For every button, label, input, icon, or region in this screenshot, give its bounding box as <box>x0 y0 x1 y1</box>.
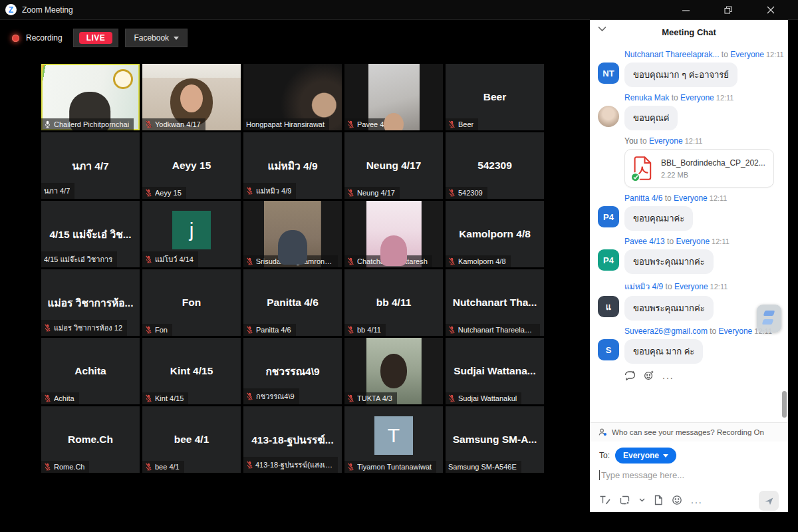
chat-avatar <box>598 149 619 170</box>
close-button[interactable] <box>762 1 779 19</box>
meeting-area: Recording LIVE Facebook Chailerd Pichitp… <box>0 20 590 532</box>
participant-label: กชวรรณ4\9 <box>243 388 299 404</box>
chevron-down-icon <box>174 37 179 40</box>
participant-tile[interactable]: TUKTA 4/3 <box>344 338 443 404</box>
chat-sender[interactable]: Renuka Mak <box>624 93 669 102</box>
chat-avatar: NT <box>598 63 619 84</box>
chat-scrollbar[interactable] <box>782 391 787 418</box>
muted-mic-icon <box>347 257 354 265</box>
muted-mic-icon <box>347 326 354 334</box>
participant-label: Aeyy 15 <box>142 187 186 199</box>
chat-sender[interactable]: Panitta 4/6 <box>624 194 662 203</box>
minimize-button[interactable] <box>677 1 694 19</box>
chat-bubble: ขอบคุณมาก ๆ ค่ะอาจารย์ <box>624 63 737 87</box>
chat-timestamp: 12:11 <box>766 51 784 59</box>
participant-tile[interactable]: 4/15 แม่จ๊ะเอ๋ วิช...4/15 แม่จ๊ะเอ๋ วิชา… <box>41 201 140 267</box>
screenshot-icon[interactable] <box>619 495 630 505</box>
reply-icon[interactable] <box>624 370 636 380</box>
chat-recipient[interactable]: Everyone <box>649 136 683 146</box>
participant-tile[interactable]: แม่หมิว 4/9 แม่หมิว 4/9 <box>243 132 342 199</box>
chevron-down-icon[interactable] <box>639 498 645 502</box>
message-input[interactable] <box>601 470 779 480</box>
participant-tile[interactable]: Hongpapat Hiransirawat <box>243 64 342 130</box>
muted-mic-icon <box>44 463 51 471</box>
chat-bubble: ขอบพระคุณมากค่ะ <box>624 249 714 274</box>
participant-label: 4/15 แม่จ๊ะเอ๋ วิชาการ <box>41 251 117 267</box>
chat-sender[interactable]: Nutchanart Thareelaprak... <box>624 50 720 59</box>
participant-tile[interactable]: Samsung SM-A...Samsung SM-A546E <box>446 406 544 473</box>
chat-sender[interactable]: แม่หมิว 4/9 <box>624 282 663 291</box>
participant-tile[interactable]: กชวรรณ4\9 กชวรรณ4\9 <box>243 338 342 404</box>
participant-tile[interactable]: Srisuda Hongsamrong... <box>243 201 342 267</box>
recording-bar: Recording LIVE Facebook <box>12 29 188 47</box>
add-reaction-icon[interactable] <box>644 370 654 380</box>
participant-tile[interactable]: Fon Fon <box>142 269 241 336</box>
participant-tile[interactable]: Beer Beer <box>446 64 544 130</box>
stream-dropdown[interactable]: Facebook <box>125 29 188 47</box>
participant-tile[interactable]: แม่อร วิชาการห้อ... แม่อร วิชาการห้อง 12 <box>41 269 140 336</box>
participant-label: Sudjai Wattanakul <box>446 392 521 404</box>
muted-mic-icon <box>145 463 152 471</box>
recording-dot-icon <box>12 35 19 42</box>
format-text-icon[interactable] <box>599 495 610 505</box>
pdf-file-icon <box>633 156 654 180</box>
participant-tile[interactable]: Pavee 4/13 <box>344 64 443 130</box>
participant-tile[interactable]: Rome.Ch Rome.Ch <box>41 406 140 473</box>
participant-tile[interactable]: นภา 4/7นภา 4/7 <box>41 132 140 199</box>
to-label: To: <box>599 451 610 460</box>
participant-tile[interactable]: bb 4/11 bb 4/11 <box>344 269 443 336</box>
chat-avatar: P4 <box>598 206 619 227</box>
participant-tile[interactable]: Chatchanan Kittaresh <box>344 201 443 267</box>
participant-label: Kint 4/15 <box>142 392 188 404</box>
chat-recipient[interactable]: Everyone <box>674 282 708 291</box>
participant-tile[interactable]: 413-18-ฐปนรรฆ์... 413-18-ฐปนรรฆ์(แสงเดือ… <box>243 406 342 473</box>
more-actions-icon[interactable]: ... <box>662 374 674 378</box>
chat-sender[interactable]: You <box>624 136 638 146</box>
muted-mic-icon <box>347 120 354 128</box>
more-options-icon[interactable]: ... <box>691 498 703 502</box>
participant-tile[interactable]: Panitta 4/6 Panitta 4/6 <box>243 269 342 336</box>
muted-mic-icon <box>246 326 253 334</box>
participant-tile[interactable]: Neung 4/17 Neung 4/17 <box>344 132 443 199</box>
restore-button[interactable] <box>720 1 737 19</box>
participant-tile[interactable]: j แม่โบว์ 4/14 <box>142 201 241 267</box>
participant-tile[interactable]: Achita Achita <box>41 338 140 404</box>
participant-label: Srisuda Hongsamrong... <box>243 255 338 267</box>
participant-label: Fon <box>142 324 172 336</box>
person-icon <box>598 428 607 437</box>
chat-message: Renuka Mak to Everyone12:11ขอบคุณค่ <box>598 93 780 130</box>
participant-tile[interactable]: bee 4/1 bee 4/1 <box>142 406 241 473</box>
participant-tile[interactable]: 542309 542309 <box>446 132 544 199</box>
muted-mic-icon <box>44 394 51 402</box>
participant-tile[interactable]: Sudjai Wattana... Sudjai Wattanakul <box>446 338 544 404</box>
muted-mic-icon <box>347 463 354 471</box>
chat-sender[interactable]: Suveera26@gmail.com <box>624 327 708 336</box>
chat-avatar: S <box>598 339 619 360</box>
participant-label: Tiyamon Tuntanawiwat <box>344 461 436 473</box>
participant-tile[interactable]: Kamolporn 4/8 Kamolporn 4/8 <box>446 201 544 267</box>
floating-widget[interactable] <box>757 305 781 332</box>
collapse-chat-button[interactable] <box>598 26 606 32</box>
participant-tile[interactable]: Yodkwan 4/17 <box>142 64 241 130</box>
participant-tile[interactable]: T Tiyamon Tuntanawiwat <box>344 406 443 473</box>
chat-recipient[interactable]: Everyone <box>730 50 764 59</box>
participant-tile[interactable]: Nutchanart Tha... Nutchanart Thareelapr.… <box>446 269 544 336</box>
chat-recipient[interactable]: Everyone <box>719 327 753 336</box>
file-attachment-card[interactable]: BBL_Bordindecha_CP_202...2.22 MB <box>624 149 774 188</box>
chat-sender[interactable]: Pavee 4/13 <box>624 237 665 246</box>
window-titlebar: Z Zoom Meeting <box>0 0 798 20</box>
chat-recipient[interactable]: Everyone <box>674 194 708 203</box>
emoji-icon[interactable] <box>672 495 682 505</box>
participant-tile[interactable]: Chailerd Pichitpornchai <box>41 64 140 130</box>
participant-tile[interactable]: Aeyy 15 Aeyy 15 <box>142 132 241 199</box>
send-button[interactable] <box>759 491 779 511</box>
chat-recipient[interactable]: Everyone <box>676 237 710 246</box>
recipient-selector[interactable]: Everyone <box>615 448 676 464</box>
participant-label: Neung 4/17 <box>344 187 400 199</box>
participant-label: bee 4/1 <box>142 461 184 473</box>
chat-recipient[interactable]: Everyone <box>680 93 714 102</box>
participant-label: Achita <box>41 392 79 404</box>
participant-tile[interactable]: Kint 4/15 Kint 4/15 <box>142 338 241 404</box>
chat-bubble: ขอบพระคุณมากค่ะ <box>624 296 714 321</box>
file-icon[interactable] <box>654 495 663 505</box>
